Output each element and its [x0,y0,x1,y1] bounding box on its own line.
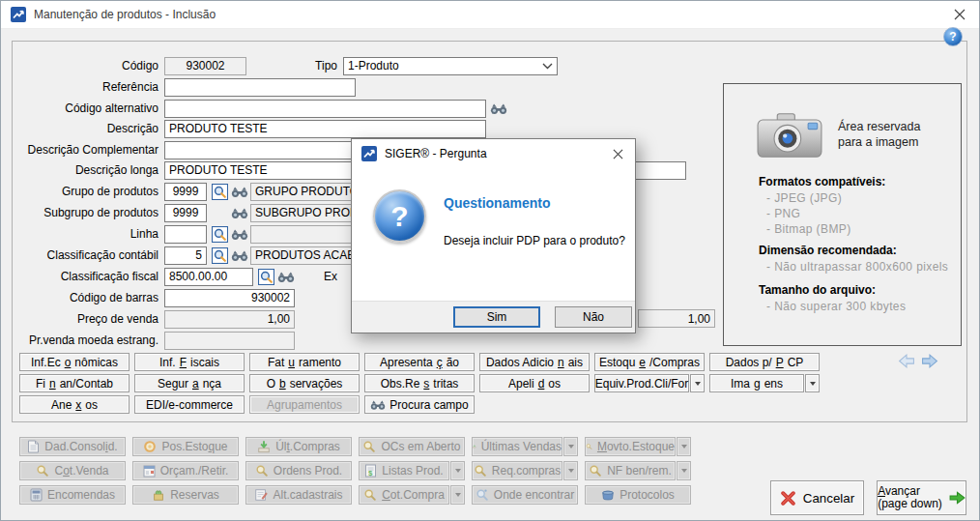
advance-button[interactable]: Avançar (page down) [877,480,966,515]
next-image-button[interactable] [921,354,938,368]
codigo-barras-input[interactable] [164,289,295,307]
linha-code-input[interactable] [164,225,207,244]
action-ultimas-vendas-dropdown-button[interactable] [563,437,578,456]
tab-observacoes[interactable]: Observações [249,374,360,392]
action-label: OCs em Aberto [381,440,460,453]
action-onde-encontrar-button[interactable]: Onde encontrar [472,485,578,505]
grupo-code-input[interactable] [164,183,207,201]
tab-dados-adicionais[interactable]: Dados Adicionais [479,353,590,371]
classificacao-fiscal-input[interactable] [164,268,253,286]
action-req-compras-button[interactable]: Req.compras [472,461,562,480]
magnifier-icon [363,488,377,502]
tab-anexos[interactable]: Anexos [19,395,130,414]
binoculars-icon[interactable] [231,247,248,263]
prev-image-button[interactable] [898,354,915,368]
classificacao-contabil-input[interactable] [164,246,207,265]
app-logo-icon [361,146,377,161]
action-label: Listas Prod. [382,464,443,478]
action-ultimas-vendas-button[interactable]: Últimas Vendas [472,437,562,456]
dropdown-arrow-icon [681,445,687,449]
action-listas-prod-dropdown-button[interactable] [450,461,465,480]
action-cot-compra-button[interactable]: Cot.Compra [359,485,449,505]
referencia-input[interactable] [164,78,356,97]
action-ordens-prod-button[interactable]: Ordens Prod. [245,461,352,480]
no-button[interactable]: Não [555,306,632,328]
magnifier-icon [474,464,487,478]
tab-dados-pcp[interactable]: Dados p/PCP [709,353,820,371]
action-alt-cadastrais-button[interactable]: Alt.cadastrais [245,485,352,505]
action-orcam-retir-button[interactable]: Orçam./Retir. [132,461,239,480]
action-label: Req.compras [492,464,561,478]
tab-seguranca[interactable]: Segurança [134,374,245,392]
tab-imagens-dropdown-button[interactable] [805,374,820,392]
tab-equiv-prod-cli-for[interactable]: Equiv.Prod.Cli/For [594,374,689,392]
action-nf-ben-rem-dropdown-button[interactable] [677,461,691,480]
ex-label: Ex [324,270,337,283]
action-encomendas-button[interactable]: Encomendas [19,485,126,505]
binoculars-icon[interactable] [231,226,248,242]
tab-finan-contab[interactable]: Finan/Contab [19,374,130,392]
image-panel-title: Área reservada para a imagem [838,119,920,150]
calendar-icon [143,464,156,478]
tab-equiv-prod-dropdown-button[interactable] [690,374,705,392]
binoculars-icon[interactable] [490,101,507,116]
action-ocs-em-aberto-button[interactable]: OCs em Aberto [359,437,465,456]
lookup-icon[interactable] [211,184,228,199]
binoculars-icon [370,399,386,411]
action-req-compras-dropdown-button[interactable] [563,461,578,480]
tab-agrupamentos[interactable]: Agrupamentos [249,395,360,414]
action-label: NF ben/rem. [607,464,672,478]
lookup-icon[interactable] [257,269,274,284]
tipo-select[interactable]: 1-Produto [343,57,558,75]
binoculars-icon[interactable] [277,269,295,284]
dialog-close-button[interactable] [602,139,633,168]
tab-obs-restritas[interactable]: Obs.Restritas [364,374,475,392]
action-protocolos-button[interactable]: Protocolos [585,485,691,505]
action-label: Pos.Estoque [161,440,227,453]
descricao-input[interactable] [164,120,486,138]
codigo-alternativo-input[interactable] [164,100,486,118]
binoculars-icon[interactable] [231,184,248,199]
lookup-icon[interactable] [211,247,228,263]
tab-inf-economicas[interactable]: Inf.Econômicas [19,353,130,371]
tab-procura-campo-label: Procura campo [389,398,468,412]
tab-apelidos[interactable]: Apelidos [479,374,590,392]
tab-faturamento[interactable]: Faturamento [249,353,360,371]
action-nf-ben-rem-button[interactable]: NF ben/rem. [585,461,676,480]
window-close-button[interactable] [943,0,976,28]
dialog-question-text: Deseja incluir PDP para o produto? [444,234,625,247]
action-pos-estoque-button[interactable]: Pos.Estoque [132,437,239,456]
advance-label: Avançar (page down) [878,485,942,510]
help-icon[interactable]: ? [943,27,963,46]
subgrupo-code-input[interactable] [164,204,207,222]
tab-apresentacao[interactable]: Apresentação [364,353,475,371]
tab-edi-ecommerce[interactable]: EDI/e-commerce [134,395,245,414]
cancel-button[interactable]: Cancelar [770,480,864,515]
binoculars-icon[interactable] [231,205,248,220]
codigo-barras-label: Código de barras [12,291,164,304]
action-listas-prod-button[interactable]: $ Listas Prod. [359,461,449,480]
tab-imagens[interactable]: Imagens [709,374,804,392]
classificacao-contabil-label: Classificação contábil [12,248,164,262]
action-cot-compra-dropdown-button[interactable] [450,485,465,505]
codigo-input[interactable] [164,57,246,75]
dialog-title: SIGER® - Pergunta [385,147,487,160]
tab-procura-campo[interactable]: Procura campo [364,395,475,414]
descricao-complementar-label: Descrição Complementar [12,143,164,157]
action-cot-venda-button[interactable]: Cot.Venda [19,461,126,480]
action-reservas-button[interactable]: Reservas [132,485,239,505]
action-label: Movto.Estoque [597,440,675,453]
action-dad-consolid-button[interactable]: Dad.Consolid. [19,437,126,456]
action-ult-compras-button[interactable]: Últ.Compras [245,437,352,456]
action-movto-estoque-button[interactable]: Movto.Estoque [585,437,676,456]
preco-venda-input[interactable] [164,310,295,329]
action-movto-estoque-dropdown-button[interactable] [677,437,691,456]
lookup-icon[interactable] [211,226,228,242]
preco-venda-secondary-input[interactable] [638,309,715,328]
pr-venda-moeda-input[interactable] [164,332,295,350]
yes-button[interactable]: Sim [453,306,540,328]
dropdown-arrow-icon [810,382,816,386]
tab-inf-fiscais[interactable]: Inf.Fiscais [134,353,245,371]
preco-venda-label: Preço de venda [12,312,164,326]
tab-estoque-compras[interactable]: Estoque/Compras [594,353,705,371]
